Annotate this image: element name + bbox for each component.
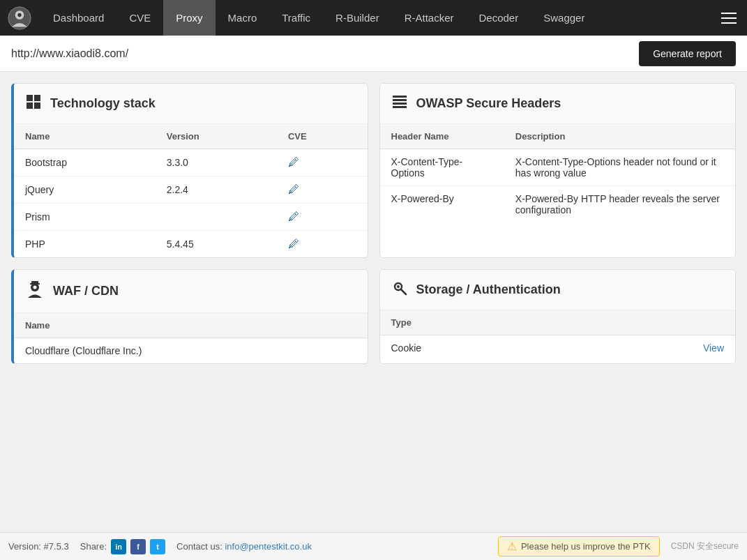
- table-row: Cloudflare (Cloudflare Inc.): [14, 338, 368, 364]
- tech-name-cell: jQuery: [14, 176, 156, 204]
- table-row: X-Content-Type-Options X-Content-Type-Op…: [380, 149, 736, 186]
- current-url: http://www.xiaodi8.com/: [11, 47, 128, 60]
- main-content: Technology stack Name Version CVE Bootst…: [0, 72, 747, 375]
- tech-stack-card: Technology stack Name Version CVE Bootst…: [11, 83, 368, 258]
- nav-item-rbuilder[interactable]: R-Builder: [323, 0, 392, 36]
- tech-stack-table: Name Version CVE Bootstrap 3.3.0 🖉 jQuer…: [14, 124, 368, 257]
- waf-name-cell: Cloudflare (Cloudflare Inc.): [14, 338, 368, 364]
- cve-link[interactable]: 🖉: [288, 211, 299, 222]
- svg-rect-10: [393, 106, 407, 108]
- table-row: jQuery 2.2.4 🖉: [14, 176, 368, 204]
- nav-item-swagger[interactable]: Swagger: [531, 0, 597, 36]
- linkedin-icon[interactable]: in: [111, 539, 126, 554]
- storage-auth-card: Storage / Authentication Type Cookie Vie…: [379, 269, 737, 364]
- storage-type-cell: Cookie: [380, 335, 575, 361]
- svg-rect-14: [31, 281, 38, 284]
- storage-auth-table: Type Cookie View: [380, 310, 736, 361]
- tech-name-cell: Bootstrap: [14, 149, 156, 176]
- tech-stack-col-cve: CVE: [277, 124, 368, 149]
- storage-auth-col-type: Type: [380, 310, 575, 335]
- storage-auth-header: Storage / Authentication: [380, 270, 736, 310]
- svg-point-2: [17, 13, 21, 16]
- owasp-card: OWASP Secure Headers Header Name Descrip…: [379, 83, 737, 258]
- tech-version-cell: 5.4.45: [156, 231, 277, 258]
- facebook-icon[interactable]: f: [130, 539, 146, 554]
- nav-item-cve[interactable]: CVE: [116, 0, 163, 36]
- storage-view-link[interactable]: View: [703, 342, 724, 354]
- footer-notice: ⚠ Please help us improve the PTK: [498, 536, 660, 557]
- svg-rect-5: [27, 103, 33, 109]
- footer-version: Version: #7.5.3: [8, 541, 69, 552]
- owasp-header-cell: X-Powered-By: [380, 186, 504, 223]
- svg-rect-8: [393, 99, 407, 101]
- footer-notice-text: Please help us improve the PTK: [521, 541, 651, 552]
- footer-bar: Version: #7.5.3 Share: in f t Contact us…: [0, 532, 747, 560]
- cve-link[interactable]: 🖉: [288, 156, 299, 168]
- owasp-header: OWASP Secure Headers: [380, 84, 736, 124]
- waf-cdn-icon: [25, 280, 45, 303]
- svg-point-12: [33, 286, 37, 289]
- notice-warning-icon: ⚠: [507, 540, 517, 553]
- nav-item-decoder[interactable]: Decoder: [467, 0, 531, 36]
- storage-auth-title: Storage / Authentication: [416, 282, 561, 297]
- tech-stack-header: Technology stack: [14, 84, 368, 124]
- tech-version-cell: 2.2.4: [156, 176, 277, 204]
- waf-cdn-table: Name Cloudflare (Cloudflare Inc.): [14, 313, 368, 363]
- footer-contact-email[interactable]: info@pentestkit.co.uk: [225, 541, 311, 552]
- nav-item-rattacker[interactable]: R-Attacker: [392, 0, 467, 36]
- nav-item-traffic[interactable]: Traffic: [269, 0, 323, 36]
- waf-cdn-header: WAF / CDN: [14, 270, 368, 313]
- table-row: Cookie View: [380, 335, 736, 361]
- table-row: X-Powered-By X-Powered-By HTTP header re…: [380, 186, 736, 223]
- storage-auth-col-action: [575, 310, 735, 335]
- svg-rect-4: [34, 95, 40, 101]
- footer-right: CSDN 安全secure: [671, 540, 739, 552]
- twitter-icon[interactable]: t: [150, 539, 165, 554]
- table-row: PHP 5.4.45 🖉: [14, 231, 368, 258]
- footer-contact-label: Contact us:: [176, 541, 222, 552]
- storage-auth-icon: [391, 280, 408, 300]
- svg-point-17: [397, 285, 400, 288]
- tech-cve-cell: 🖉: [277, 149, 368, 176]
- table-row: Bootstrap 3.3.0 🖉: [14, 149, 368, 176]
- navbar: Dashboard CVE Proxy Macro Traffic R-Buil…: [0, 0, 747, 36]
- svg-rect-7: [393, 96, 407, 98]
- waf-cdn-card: WAF / CDN Name Cloudflare (Cloudflare In…: [11, 269, 368, 364]
- hamburger-menu[interactable]: [716, 6, 741, 31]
- svg-rect-9: [393, 103, 407, 105]
- tech-name-cell: PHP: [14, 231, 156, 258]
- svg-line-16: [401, 289, 406, 294]
- tech-cve-cell: 🖉: [277, 231, 368, 258]
- tech-version-cell: [156, 204, 277, 231]
- tech-version-cell: 3.3.0: [156, 149, 277, 176]
- cve-link[interactable]: 🖉: [288, 238, 299, 250]
- nav-item-macro[interactable]: Macro: [216, 0, 270, 36]
- tech-cve-cell: 🖉: [277, 204, 368, 231]
- cve-link[interactable]: 🖉: [288, 183, 299, 195]
- owasp-header-cell: X-Content-Type-Options: [380, 149, 504, 186]
- tech-stack-col-version: Version: [156, 124, 277, 149]
- table-row: Prism 🖉: [14, 204, 368, 231]
- footer-share: Share: in f t: [80, 539, 165, 554]
- svg-rect-6: [34, 103, 40, 109]
- waf-cdn-col-name: Name: [14, 313, 368, 338]
- footer-share-label: Share:: [80, 541, 107, 552]
- nav-items: Dashboard CVE Proxy Macro Traffic R-Buil…: [40, 0, 716, 36]
- nav-item-proxy[interactable]: Proxy: [163, 0, 215, 36]
- owasp-title: OWASP Secure Headers: [416, 96, 561, 111]
- generate-report-button[interactable]: Generate report: [639, 41, 736, 66]
- url-bar: http://www.xiaodi8.com/ Generate report: [0, 36, 747, 72]
- nav-item-dashboard[interactable]: Dashboard: [40, 0, 116, 36]
- tech-stack-icon: [25, 93, 42, 114]
- footer-contact: Contact us: info@pentestkit.co.uk: [176, 541, 312, 552]
- tech-cve-cell: 🖉: [277, 176, 368, 204]
- tech-name-cell: Prism: [14, 204, 156, 231]
- waf-cdn-title: WAF / CDN: [53, 284, 119, 298]
- owasp-desc-cell: X-Content-Type-Options header not found …: [504, 149, 735, 186]
- owasp-icon: [391, 93, 408, 114]
- storage-view-cell: View: [575, 335, 735, 361]
- owasp-col-header: Header Name: [380, 124, 504, 149]
- tech-stack-col-name: Name: [14, 124, 156, 149]
- tech-stack-title: Technology stack: [50, 96, 156, 111]
- owasp-table: Header Name Description X-Content-Type-O…: [380, 124, 736, 222]
